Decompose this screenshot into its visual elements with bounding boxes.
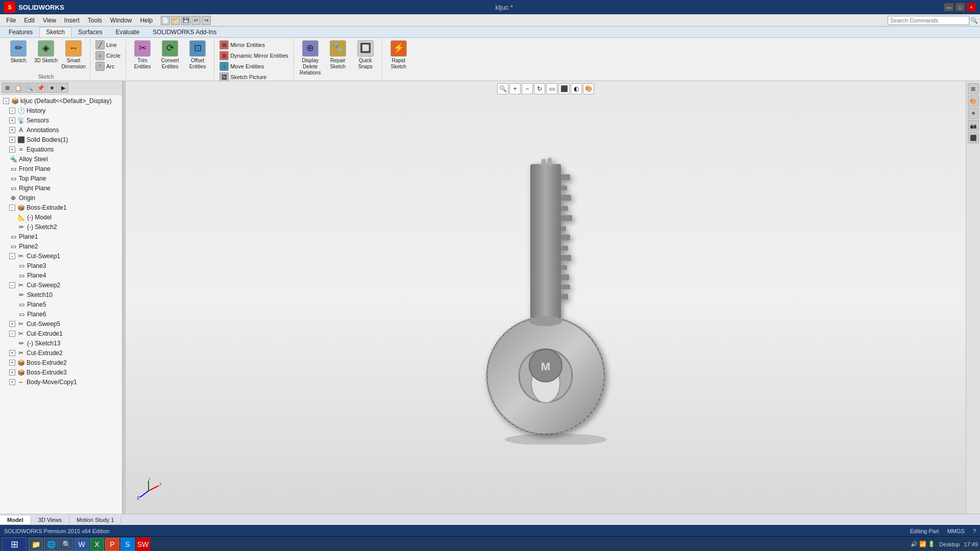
tree-item-sketch10[interactable]: ✏ Sketch10 [1,290,121,299]
tree-item-cut-sweep5[interactable]: + ✂ Cut-Sweep5 [1,319,121,329]
menu-help[interactable]: Help [136,16,157,25]
mirror-entities-button[interactable]: ⊞ Mirror Entities [217,40,290,50]
search-input[interactable] [888,16,969,25]
right-btn-2[interactable]: 🎨 [968,95,979,107]
menu-window[interactable]: Window [106,16,136,25]
tree-item-boss-extrude1[interactable]: − 📦 Boss-Extrude1 [1,203,121,212]
expand-cut-extrude2[interactable]: + [9,350,15,356]
tree-item-plane6[interactable]: ▭ Plane6 [1,309,121,319]
expand-cut-sweep5[interactable]: + [9,321,15,327]
tree-item-sketch2[interactable]: ✏ (-) Sketch2 [1,222,121,232]
expand-boss-extrude1[interactable]: − [9,205,15,211]
right-btn-4[interactable]: 📷 [968,120,979,131]
view-rotate-button[interactable]: ↻ [534,83,545,94]
sketch-button[interactable]: ✏ Sketch [5,39,32,65]
tab-features[interactable]: Features [2,27,39,37]
tree-item-sensors[interactable]: + 📡 Sensors [1,115,121,125]
line-button[interactable]: ╱Line [93,40,122,50]
menu-tools[interactable]: Tools [84,16,106,25]
expand-solid-bodies[interactable]: + [9,137,15,143]
tree-item-cut-extrude2[interactable]: + ✂ Cut-Extrude2 [1,348,121,358]
sketch-picture-button[interactable]: 🖼 Sketch Picture [217,72,290,81]
undo-icon[interactable]: ↩ [191,16,201,25]
tab-addins[interactable]: SOLIDWORKS Add-Ins [146,27,223,37]
expand-history[interactable]: − [9,108,15,114]
right-btn-3[interactable]: ☀ [968,108,979,119]
taskbar-icon-explorer[interactable]: 📁 [29,538,43,551]
search-icon[interactable]: 🔍 [970,17,978,24]
right-btn-1[interactable]: ⊞ [968,83,979,94]
repair-sketch-button[interactable]: 🔧 Repair Sketch [325,39,351,71]
move-entities-button[interactable]: ↕ Move Entities [217,61,290,71]
tree-item-plane4[interactable]: ▭ Plane4 [1,270,121,280]
tree-expand-root[interactable]: − [3,98,9,104]
new-file-icon[interactable]: 📄 [161,16,170,25]
help-icon[interactable]: ? [973,528,976,534]
taskbar-icon-skype[interactable]: S [120,538,135,551]
trim-entities-button[interactable]: ✂ Trim Entities [129,39,156,71]
taskbar-icon-browser[interactable]: 🌐 [44,538,58,551]
taskbar-icon-word[interactable]: W [75,538,89,551]
tree-item-boss-extrude2[interactable]: + 📦 Boss-Extrude2 [1,358,121,367]
tree-item-cut-sweep1[interactable]: − ✂ Cut-Sweep1 [1,251,121,261]
display-style-button[interactable]: ⬛ [558,83,570,94]
taskbar-icon-excel[interactable]: X [90,538,104,551]
redo-icon[interactable]: ↪ [202,16,211,25]
tree-item-boss-extrude3[interactable]: + 📦 Boss-Extrude3 [1,367,121,377]
tab-3dviews[interactable]: 3D Views [31,516,69,524]
tab-sketch[interactable]: Sketch [39,27,71,37]
zoom-fit-button[interactable]: 🔍 [497,83,508,94]
zoom-out-button[interactable]: − [522,83,533,94]
viewport[interactable]: 🔍 + − ↻ ▭ ⬛ ◐ 🎨 [126,81,966,514]
tree-item-annotations[interactable]: + A Annotations [1,125,121,135]
expand-annotations[interactable]: + [9,127,15,133]
tab-evaluate[interactable]: Evaluate [109,27,146,37]
tree-item-material[interactable]: 🔩 Alloy Steel [1,154,121,164]
tree-item-solid-bodies[interactable]: + ⬛ Solid Bodies(1) [1,135,121,144]
panel-btn-2[interactable]: 📋 [13,83,23,93]
expand-boss-extrude3[interactable]: + [9,369,15,375]
tree-item-sketch13[interactable]: ✏ (-) Sketch13 [1,338,121,348]
close-button[interactable]: × [967,3,976,11]
expand-cut-sweep1[interactable]: − [9,253,15,259]
expand-body-move[interactable]: + [9,379,15,385]
tree-item-front-plane[interactable]: ▭ Front Plane [1,164,121,173]
save-icon[interactable]: 💾 [181,16,190,25]
tree-item-body-move[interactable]: + ↔ Body-Move/Copy1 [1,377,121,387]
tree-item-top-plane[interactable]: ▭ Top Plane [1,173,121,183]
right-btn-5[interactable]: ⬛ [968,132,979,143]
tree-item-plane2[interactable]: ▭ Plane2 [1,241,121,251]
dynamic-mirror-button[interactable]: ⊞ Dynamic Mirror Entities [217,51,290,61]
taskbar-icon-solidworks[interactable]: SW [136,538,150,551]
tab-model[interactable]: Model [0,516,31,524]
tree-item-plane3[interactable]: ▭ Plane3 [1,261,121,270]
view-sections-button[interactable]: ◐ [571,83,582,94]
minimize-button[interactable]: — [944,3,953,11]
panel-btn-5[interactable]: ★ [47,83,57,93]
display-delete-button[interactable]: ⊕ Display Delete Relations [297,39,324,78]
expand-cut-sweep2[interactable]: − [9,282,15,288]
taskbar-icon-ppt[interactable]: P [105,538,119,551]
tree-item-plane5[interactable]: ▭ Plane5 [1,299,121,309]
appearance-button[interactable]: 🎨 [583,83,594,94]
maximize-button[interactable]: □ [955,3,965,11]
start-button[interactable]: ⊞ [2,537,27,552]
3dsketch-button[interactable]: ◈ 3D Sketch [33,39,59,65]
tab-surfaces[interactable]: Surfaces [71,27,109,37]
tree-item-plane1[interactable]: ▭ Plane1 [1,232,121,241]
tree-item-right-plane[interactable]: ▭ Right Plane [1,183,121,193]
menu-view[interactable]: View [39,16,60,25]
circle-button[interactable]: ○Circle [93,51,122,61]
zoom-in-button[interactable]: + [509,83,521,94]
taskbar-icon-search[interactable]: 🔍 [59,538,74,551]
panel-btn-1[interactable]: ⊞ [2,83,12,93]
panel-btn-3[interactable]: 🔍 [24,83,35,93]
tree-item-equations[interactable]: + = Equations [1,144,121,154]
tree-root-item[interactable]: − 📦 kljuc (Default<<Default>_Display) [1,96,121,106]
tree-item-history[interactable]: − 🕐 History [1,106,121,115]
menu-insert[interactable]: Insert [60,16,84,25]
convert-entities-button[interactable]: ⟳ Convert Entities [157,39,183,71]
view-options-button[interactable]: ▭ [546,83,557,94]
tree-item-origin[interactable]: ⊕ Origin [1,193,121,203]
expand-equations[interactable]: + [9,146,15,153]
